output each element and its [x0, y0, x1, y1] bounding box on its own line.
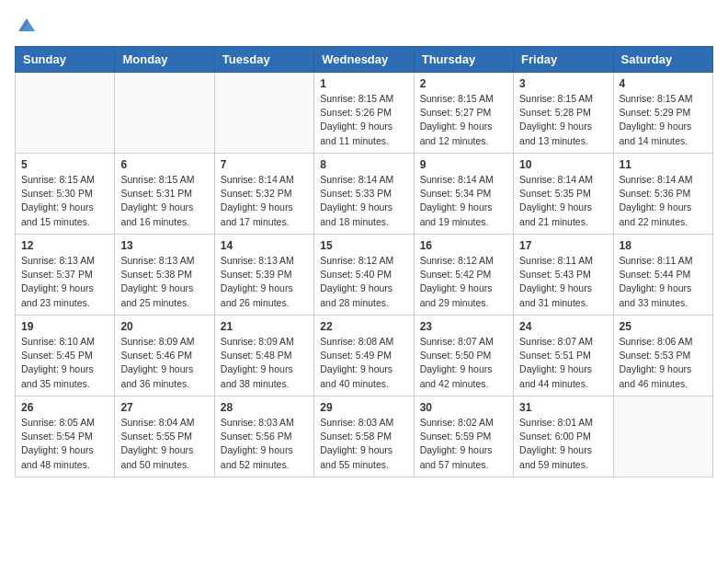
calendar-cell: 23Sunrise: 8:07 AMSunset: 5:50 PMDayligh…	[414, 316, 513, 396]
day-info: Sunrise: 8:04 AMSunset: 5:55 PMDaylight:…	[120, 416, 208, 472]
calendar-cell: 31Sunrise: 8:01 AMSunset: 6:00 PMDayligh…	[514, 396, 613, 477]
day-number: 24	[519, 320, 607, 333]
day-number: 13	[120, 239, 208, 252]
calendar-header-saturday: Saturday	[613, 47, 712, 73]
day-number: 8	[320, 158, 407, 171]
calendar-header-sunday: Sunday	[16, 47, 115, 73]
day-number: 31	[519, 401, 607, 414]
calendar-cell	[115, 73, 214, 154]
day-info: Sunrise: 8:06 AMSunset: 5:53 PMDaylight:…	[620, 335, 707, 391]
day-info: Sunrise: 8:11 AMSunset: 5:43 PMDaylight:…	[519, 254, 607, 310]
calendar-header-monday: Monday	[115, 47, 214, 73]
calendar-cell: 3Sunrise: 8:15 AMSunset: 5:28 PMDaylight…	[514, 73, 613, 154]
day-number: 10	[519, 158, 607, 171]
day-info: Sunrise: 8:09 AMSunset: 5:48 PMDaylight:…	[221, 335, 308, 391]
day-number: 20	[120, 320, 208, 333]
day-number: 11	[620, 158, 707, 171]
day-info: Sunrise: 8:10 AMSunset: 5:45 PMDaylight:…	[21, 335, 108, 391]
day-number: 29	[320, 401, 407, 414]
day-number: 17	[519, 239, 607, 252]
day-number: 2	[420, 77, 507, 90]
day-info: Sunrise: 8:03 AMSunset: 5:58 PMDaylight:…	[320, 416, 407, 472]
day-info: Sunrise: 8:15 AMSunset: 5:29 PMDaylight:…	[620, 92, 707, 148]
calendar-cell	[16, 73, 115, 154]
calendar-cell: 14Sunrise: 8:13 AMSunset: 5:39 PMDayligh…	[214, 235, 313, 316]
calendar-cell: 21Sunrise: 8:09 AMSunset: 5:48 PMDayligh…	[214, 316, 313, 396]
day-number: 30	[420, 401, 507, 414]
calendar-cell: 12Sunrise: 8:13 AMSunset: 5:37 PMDayligh…	[16, 235, 115, 316]
logo-icon	[17, 15, 37, 35]
calendar-table: SundayMondayTuesdayWednesdayThursdayFrid…	[15, 46, 713, 477]
day-number: 3	[519, 77, 607, 90]
calendar-cell: 30Sunrise: 8:02 AMSunset: 5:59 PMDayligh…	[414, 396, 513, 477]
day-number: 4	[620, 77, 707, 90]
day-info: Sunrise: 8:11 AMSunset: 5:44 PMDaylight:…	[620, 254, 707, 310]
calendar-cell: 10Sunrise: 8:14 AMSunset: 5:35 PMDayligh…	[514, 154, 613, 235]
day-info: Sunrise: 8:15 AMSunset: 5:31 PMDaylight:…	[120, 173, 208, 229]
day-info: Sunrise: 8:12 AMSunset: 5:40 PMDaylight:…	[320, 254, 407, 310]
calendar-header-tuesday: Tuesday	[214, 47, 313, 73]
calendar-cell: 17Sunrise: 8:11 AMSunset: 5:43 PMDayligh…	[514, 235, 613, 316]
calendar-cell: 22Sunrise: 8:08 AMSunset: 5:49 PMDayligh…	[314, 316, 414, 396]
day-number: 21	[221, 320, 308, 333]
day-info: Sunrise: 8:15 AMSunset: 5:27 PMDaylight:…	[420, 92, 507, 148]
day-info: Sunrise: 8:15 AMSunset: 5:30 PMDaylight:…	[21, 173, 108, 229]
day-number: 22	[320, 320, 407, 333]
calendar-header-friday: Friday	[514, 47, 613, 73]
calendar-cell	[613, 396, 712, 477]
day-number: 23	[420, 320, 507, 333]
calendar-cell: 13Sunrise: 8:13 AMSunset: 5:38 PMDayligh…	[115, 235, 214, 316]
day-info: Sunrise: 8:05 AMSunset: 5:54 PMDaylight:…	[21, 416, 108, 472]
day-info: Sunrise: 8:13 AMSunset: 5:37 PMDaylight:…	[21, 254, 108, 310]
calendar-cell: 18Sunrise: 8:11 AMSunset: 5:44 PMDayligh…	[613, 235, 712, 316]
day-number: 25	[620, 320, 707, 333]
day-info: Sunrise: 8:09 AMSunset: 5:46 PMDaylight:…	[120, 335, 208, 391]
calendar-cell: 19Sunrise: 8:10 AMSunset: 5:45 PMDayligh…	[16, 316, 115, 396]
day-number: 12	[21, 239, 108, 252]
calendar-cell: 4Sunrise: 8:15 AMSunset: 5:29 PMDaylight…	[613, 73, 712, 154]
calendar-header-wednesday: Wednesday	[314, 47, 414, 73]
day-info: Sunrise: 8:14 AMSunset: 5:35 PMDaylight:…	[519, 173, 607, 229]
day-info: Sunrise: 8:14 AMSunset: 5:33 PMDaylight:…	[320, 173, 407, 229]
calendar-cell: 25Sunrise: 8:06 AMSunset: 5:53 PMDayligh…	[613, 316, 712, 396]
day-number: 27	[120, 401, 208, 414]
day-number: 15	[320, 239, 407, 252]
calendar-cell: 24Sunrise: 8:07 AMSunset: 5:51 PMDayligh…	[514, 316, 613, 396]
calendar-cell: 15Sunrise: 8:12 AMSunset: 5:40 PMDayligh…	[314, 235, 414, 316]
day-info: Sunrise: 8:07 AMSunset: 5:50 PMDaylight:…	[420, 335, 507, 391]
calendar-cell: 7Sunrise: 8:14 AMSunset: 5:32 PMDaylight…	[214, 154, 313, 235]
day-info: Sunrise: 8:03 AMSunset: 5:56 PMDaylight:…	[221, 416, 308, 472]
day-info: Sunrise: 8:14 AMSunset: 5:36 PMDaylight:…	[620, 173, 707, 229]
calendar-cell: 5Sunrise: 8:15 AMSunset: 5:30 PMDaylight…	[16, 154, 115, 235]
page-header	[15, 15, 713, 35]
day-info: Sunrise: 8:12 AMSunset: 5:42 PMDaylight:…	[420, 254, 507, 310]
calendar-cell: 8Sunrise: 8:14 AMSunset: 5:33 PMDaylight…	[314, 154, 414, 235]
calendar-cell	[214, 73, 313, 154]
calendar-cell: 20Sunrise: 8:09 AMSunset: 5:46 PMDayligh…	[115, 316, 214, 396]
day-number: 5	[21, 158, 108, 171]
day-number: 28	[221, 401, 308, 414]
day-info: Sunrise: 8:14 AMSunset: 5:32 PMDaylight:…	[221, 173, 308, 229]
week-row-2: 5Sunrise: 8:15 AMSunset: 5:30 PMDaylight…	[16, 154, 713, 235]
day-info: Sunrise: 8:08 AMSunset: 5:49 PMDaylight:…	[320, 335, 407, 391]
day-number: 1	[320, 77, 407, 90]
day-info: Sunrise: 8:13 AMSunset: 5:39 PMDaylight:…	[221, 254, 308, 310]
day-number: 19	[21, 320, 108, 333]
week-row-3: 12Sunrise: 8:13 AMSunset: 5:37 PMDayligh…	[16, 235, 713, 316]
day-info: Sunrise: 8:15 AMSunset: 5:26 PMDaylight:…	[320, 92, 407, 148]
calendar-cell: 26Sunrise: 8:05 AMSunset: 5:54 PMDayligh…	[16, 396, 115, 477]
day-info: Sunrise: 8:07 AMSunset: 5:51 PMDaylight:…	[519, 335, 607, 391]
calendar-cell: 28Sunrise: 8:03 AMSunset: 5:56 PMDayligh…	[214, 396, 313, 477]
day-number: 16	[420, 239, 507, 252]
week-row-1: 1Sunrise: 8:15 AMSunset: 5:26 PMDaylight…	[16, 73, 713, 154]
logo	[15, 15, 37, 35]
calendar-header-thursday: Thursday	[414, 47, 513, 73]
day-info: Sunrise: 8:13 AMSunset: 5:38 PMDaylight:…	[120, 254, 208, 310]
day-number: 6	[120, 158, 208, 171]
calendar-header-row: SundayMondayTuesdayWednesdayThursdayFrid…	[16, 47, 713, 73]
calendar-cell: 2Sunrise: 8:15 AMSunset: 5:27 PMDaylight…	[414, 73, 513, 154]
calendar-cell: 11Sunrise: 8:14 AMSunset: 5:36 PMDayligh…	[613, 154, 712, 235]
day-info: Sunrise: 8:01 AMSunset: 6:00 PMDaylight:…	[519, 416, 607, 472]
calendar-cell: 9Sunrise: 8:14 AMSunset: 5:34 PMDaylight…	[414, 154, 513, 235]
day-number: 14	[221, 239, 308, 252]
